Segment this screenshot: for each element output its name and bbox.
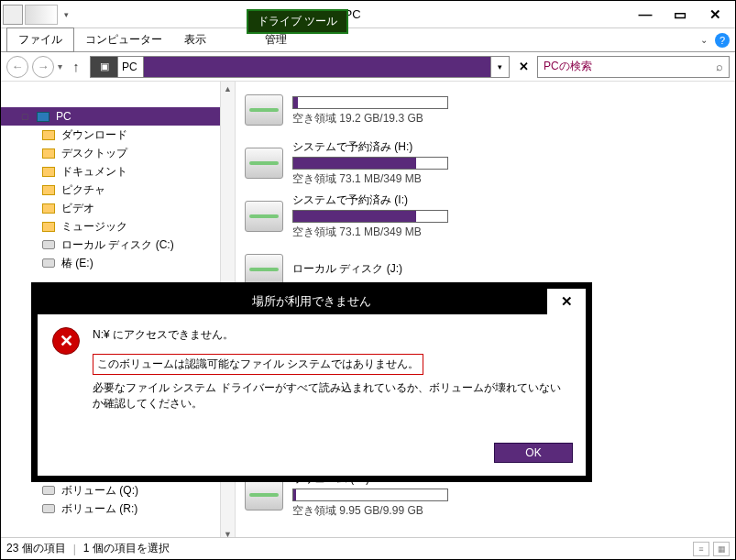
close-button[interactable]: ✕ xyxy=(702,6,728,23)
address-refresh-clear[interactable]: ✕ xyxy=(513,60,533,73)
folder-icon xyxy=(42,185,55,195)
drive-icon xyxy=(245,201,283,232)
drive-item[interactable]: システムで予約済み (H:) 空き領域 73.1 MB/349 MB xyxy=(245,138,726,188)
qat-dropdown[interactable]: ▾ xyxy=(60,5,72,25)
tree-node-desktop[interactable]: デスクトップ xyxy=(1,144,235,162)
drive-item[interactable]: 空き領域 19.2 GB/19.3 GB xyxy=(245,85,726,135)
dialog-close-button[interactable]: ✕ xyxy=(547,289,586,314)
tree-node-drive-c[interactable]: ローカル ディスク (C:) xyxy=(1,236,235,254)
drive-icon xyxy=(245,94,283,126)
address-dropdown[interactable]: ▾ xyxy=(490,57,509,77)
folder-icon xyxy=(42,167,55,177)
search-input[interactable]: PCの検索 ⌕ xyxy=(537,56,730,78)
tree-expand-icon[interactable]: ▢ xyxy=(21,112,30,121)
tree-label: PC xyxy=(56,110,71,123)
pc-icon xyxy=(37,112,49,122)
address-segment-pc[interactable]: PC xyxy=(118,57,144,77)
dialog-message-line2: このボリュームは認識可能なファイル システムではありません。 xyxy=(93,354,423,375)
drive-free-space: 空き領域 73.1 MB/349 MB xyxy=(292,225,726,240)
folder-icon xyxy=(42,148,55,159)
search-icon: ⌕ xyxy=(716,60,723,73)
folder-icon xyxy=(42,203,55,214)
ribbon-tab-view[interactable]: 表示 xyxy=(173,28,217,51)
minimize-button[interactable]: — xyxy=(632,6,658,23)
tree-node-drive-q[interactable]: ボリューム (Q:) xyxy=(1,481,235,500)
search-placeholder: PCの検索 xyxy=(544,59,592,74)
tree-node-videos[interactable]: ビデオ xyxy=(1,199,235,217)
drive-icon xyxy=(42,486,55,495)
drive-free-space: 空き領域 9.95 GB/9.99 GB xyxy=(292,503,726,519)
nav-up-button[interactable]: ↑ xyxy=(66,57,86,77)
maximize-button[interactable]: ▭ xyxy=(667,6,693,23)
address-selection[interactable] xyxy=(144,57,490,77)
dialog-message-line3: 必要なファイル システム ドライバーがすべて読み込まれているか、ボリュームが壊れ… xyxy=(93,380,571,412)
address-bar[interactable]: ▣ PC ▾ xyxy=(90,56,510,78)
error-dialog: 場所が利用できません ✕ ✕ N:¥ にアクセスできません。 このボリュームは認… xyxy=(32,283,591,481)
drive-icon xyxy=(245,254,283,285)
status-bar: 23 個の項目 | 1 個の項目を選択 ≡ ▦ xyxy=(1,537,735,559)
tree-node-music[interactable]: ミュージック xyxy=(1,217,235,236)
error-icon: ✕ xyxy=(52,327,80,355)
drive-name: システムで予約済み (I:) xyxy=(292,192,726,208)
system-menu-icon[interactable] xyxy=(3,5,23,25)
tree-node-documents[interactable]: ドキュメント xyxy=(1,162,235,181)
tree-node-drive-e[interactable]: 椿 (E:) xyxy=(1,254,235,272)
drive-icon xyxy=(245,479,283,511)
dialog-message-line1: N:¥ にアクセスできません。 xyxy=(93,327,571,343)
ribbon-collapse-icon[interactable]: ⌄ xyxy=(700,35,708,45)
nav-back-button[interactable]: ← xyxy=(6,56,28,78)
folder-icon xyxy=(42,130,55,140)
folder-icon xyxy=(42,222,55,232)
ribbon-file-tab[interactable]: ファイル xyxy=(6,27,74,52)
drive-icon xyxy=(42,504,55,513)
drive-name: システムで予約済み (H:) xyxy=(292,139,726,155)
status-selected-count: 1 個の項目を選択 xyxy=(83,541,170,556)
status-item-count: 23 個の項目 xyxy=(6,541,66,556)
drive-name: ローカル ディスク (J:) xyxy=(292,261,726,277)
ribbon-tab-manage[interactable]: 管理 xyxy=(254,28,298,51)
qat-properties-icon[interactable] xyxy=(25,5,58,25)
drive-icon xyxy=(42,258,55,268)
tree-node-downloads[interactable]: ダウンロード xyxy=(1,126,235,144)
ribbon-tab-computer[interactable]: コンピューター xyxy=(74,28,173,51)
tree-node-pc[interactable]: ▢ PC xyxy=(1,107,235,126)
address-pc-icon[interactable]: ▣ xyxy=(91,57,118,77)
dialog-title: 場所が利用できません xyxy=(252,293,371,310)
drive-icon xyxy=(245,148,283,179)
drive-item[interactable]: システムで予約済み (I:) 空き領域 73.1 MB/349 MB xyxy=(245,192,726,241)
view-details-button[interactable]: ≡ xyxy=(693,542,709,556)
scroll-up-icon[interactable]: ▲ xyxy=(221,82,235,96)
view-tiles-button[interactable]: ▦ xyxy=(713,542,730,556)
help-button[interactable]: ? xyxy=(715,33,730,48)
ok-button[interactable]: OK xyxy=(494,443,573,463)
nav-forward-button[interactable]: → xyxy=(32,56,54,78)
drive-icon xyxy=(42,240,55,249)
drive-free-space: 空き領域 19.2 GB/19.3 GB xyxy=(292,111,726,126)
tree-node-pictures[interactable]: ピクチャ xyxy=(1,181,235,199)
drive-free-space: 空き領域 73.1 MB/349 MB xyxy=(292,171,726,187)
tree-node-drive-r[interactable]: ボリューム (R:) xyxy=(1,500,235,518)
nav-history-dropdown[interactable]: ▾ xyxy=(58,61,62,71)
